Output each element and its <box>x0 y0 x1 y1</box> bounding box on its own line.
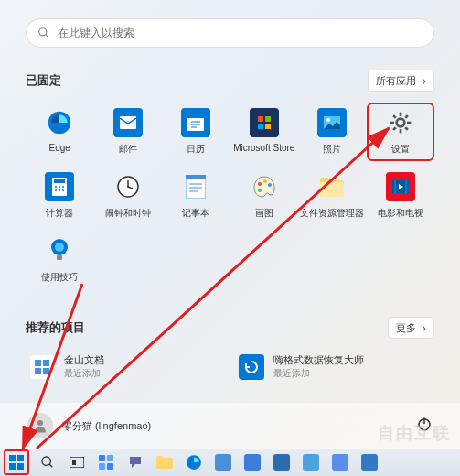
username-label: 零分猫 (lingfenmao) <box>62 419 151 433</box>
photos-icon <box>317 108 347 137</box>
svg-line-23 <box>405 115 408 118</box>
taskbar-chat[interactable] <box>124 451 146 473</box>
search-input[interactable] <box>58 27 423 39</box>
svg-line-21 <box>405 127 408 130</box>
svg-line-20 <box>393 115 396 118</box>
rec-item-subtitle: 最近添加 <box>64 367 104 380</box>
svg-rect-54 <box>35 368 41 374</box>
pinned-header: 已固定 所有应用 <box>26 70 434 92</box>
svg-rect-62 <box>17 463 24 470</box>
wps-icon <box>29 354 55 380</box>
svg-point-27 <box>59 186 60 188</box>
folder-icon <box>156 456 173 469</box>
svg-point-0 <box>39 28 47 36</box>
svg-rect-11 <box>258 124 263 129</box>
app-paint[interactable]: 画图 <box>230 167 299 225</box>
power-icon <box>416 416 433 432</box>
svg-point-14 <box>326 118 330 122</box>
clock-icon <box>113 172 143 201</box>
svg-point-30 <box>59 189 60 191</box>
taskbar-app[interactable] <box>271 451 293 473</box>
svg-point-31 <box>62 189 64 191</box>
app-calculator[interactable]: 计算器 <box>26 167 94 225</box>
paint-icon <box>250 172 279 201</box>
app-movies[interactable]: 电影和电视 <box>367 167 435 225</box>
all-apps-button[interactable]: 所有应用 <box>368 70 434 92</box>
taskbar-explorer[interactable] <box>154 451 176 473</box>
app-notepad[interactable]: 记事本 <box>162 167 230 225</box>
taskbar-search[interactable] <box>37 451 59 473</box>
svg-rect-25 <box>54 179 65 183</box>
taskbar-app[interactable] <box>329 451 351 473</box>
pinned-grid: Edge 邮件 日历 Microsoft Store 照片 设置 计算器 闹钟 <box>26 103 434 289</box>
taskbar-edge[interactable] <box>183 451 205 473</box>
svg-rect-67 <box>99 455 105 461</box>
notepad-icon <box>181 172 210 201</box>
generic-app-icon <box>215 454 231 471</box>
app-clock[interactable]: 闹钟和时钟 <box>94 167 163 225</box>
more-button[interactable]: 更多 <box>388 317 434 339</box>
explorer-icon <box>317 172 347 201</box>
app-edge[interactable]: Edge <box>26 103 94 161</box>
taskbar-app[interactable] <box>300 451 322 473</box>
svg-line-22 <box>393 127 396 130</box>
svg-rect-69 <box>99 463 105 470</box>
svg-line-64 <box>49 464 52 467</box>
svg-point-15 <box>396 119 404 127</box>
svg-rect-66 <box>72 460 76 465</box>
widgets-icon <box>99 455 113 470</box>
svg-rect-52 <box>35 360 41 366</box>
pinned-title: 已固定 <box>26 72 61 89</box>
svg-rect-47 <box>394 180 396 193</box>
rec-item-title: 嗨格式数据恢复大师 <box>273 353 364 367</box>
taskbar-app[interactable] <box>241 451 263 473</box>
svg-rect-51 <box>57 255 62 260</box>
svg-rect-59 <box>9 455 16 461</box>
search-icon <box>37 27 50 39</box>
tips-icon <box>45 236 74 265</box>
edge-icon <box>186 454 202 471</box>
svg-rect-48 <box>405 180 407 193</box>
svg-rect-45 <box>320 182 344 197</box>
svg-point-35 <box>127 186 129 188</box>
generic-app-icon <box>244 454 261 471</box>
chat-icon <box>128 455 143 470</box>
svg-rect-37 <box>186 175 206 179</box>
taskbar-app[interactable] <box>212 451 234 473</box>
calendar-icon <box>181 108 210 137</box>
svg-point-42 <box>263 179 267 183</box>
recommended-header: 推荐的项目 更多 <box>26 317 434 339</box>
app-tips[interactable]: 使用技巧 <box>26 231 94 289</box>
generic-app-icon <box>332 454 348 471</box>
mail-icon <box>113 108 143 137</box>
app-mail[interactable]: 邮件 <box>94 103 163 161</box>
user-account-button[interactable]: 零分猫 (lingfenmao) <box>27 413 151 438</box>
svg-rect-70 <box>107 463 113 470</box>
start-menu: 已固定 所有应用 Edge 邮件 日历 Microsoft Store 照片 设… <box>0 0 460 449</box>
app-explorer[interactable]: 文件资源管理器 <box>298 167 367 225</box>
taskbar-app[interactable] <box>358 451 380 473</box>
svg-rect-5 <box>187 114 204 118</box>
svg-point-56 <box>37 420 43 426</box>
start-button[interactable] <box>4 449 29 475</box>
app-photos[interactable]: 照片 <box>298 103 367 161</box>
svg-rect-3 <box>120 116 136 129</box>
recommended-item[interactable]: 金山文档 最近添加 <box>26 350 226 384</box>
rec-item-title: 金山文档 <box>64 353 104 367</box>
avatar-icon <box>27 413 53 438</box>
taskbar-widgets[interactable] <box>95 451 117 473</box>
svg-point-26 <box>55 186 57 188</box>
svg-point-43 <box>268 183 272 187</box>
svg-point-63 <box>42 457 50 465</box>
svg-point-44 <box>258 189 262 192</box>
recommended-item[interactable]: 嗨格式数据恢复大师 最近添加 <box>235 350 435 384</box>
app-store[interactable]: Microsoft Store <box>230 103 299 161</box>
taskview-icon <box>70 457 84 468</box>
search-icon <box>40 455 55 470</box>
generic-app-icon <box>361 454 378 471</box>
power-button[interactable] <box>416 416 433 436</box>
taskbar-taskview[interactable] <box>66 451 88 473</box>
app-settings[interactable]: 设置 <box>367 103 435 161</box>
search-box[interactable] <box>26 18 434 48</box>
app-calendar[interactable]: 日历 <box>162 103 230 161</box>
